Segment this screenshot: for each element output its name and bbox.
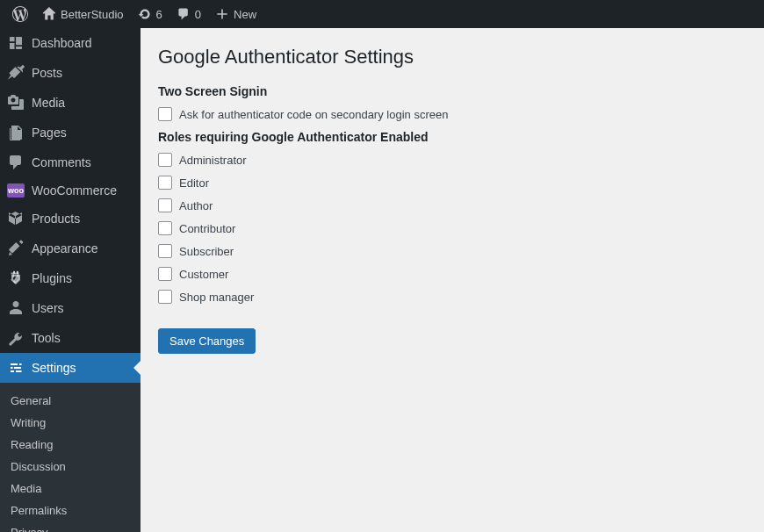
refresh-icon <box>138 7 152 21</box>
role-checkbox[interactable] <box>158 290 172 304</box>
settings-submenu: General Writing Reading Discussion Media… <box>0 383 141 532</box>
woo-icon: woo <box>7 183 25 198</box>
media-icon <box>7 94 25 111</box>
sidebar-item-label: Products <box>32 212 80 226</box>
submenu-permalinks[interactable]: Permalinks <box>0 500 141 521</box>
role-row-editor[interactable]: Editor <box>158 176 746 190</box>
dashboard-icon <box>7 34 25 52</box>
sidebar-item-users[interactable]: Users <box>0 293 141 323</box>
submenu-reading[interactable]: Reading <box>0 434 141 456</box>
two-screen-heading: Two Screen Signin <box>158 84 746 98</box>
submenu-discussion[interactable]: Discussion <box>0 456 141 478</box>
comment-count: 0 <box>195 8 201 21</box>
comments-link[interactable]: 0 <box>169 0 208 28</box>
sidebar-item-label: Tools <box>32 331 61 345</box>
tools-icon <box>7 329 25 347</box>
sidebar-item-label: Dashboard <box>32 36 92 50</box>
plugins-icon <box>7 270 25 287</box>
submenu-writing[interactable]: Writing <box>0 412 141 434</box>
sidebar-item-label: Media <box>32 96 65 110</box>
sidebar-item-label: Pages <box>32 126 67 140</box>
site-name: BetterStudio <box>61 8 124 21</box>
role-label: Administrator <box>179 154 247 167</box>
sidebar-item-woocommerce[interactable]: woo WooCommerce <box>0 177 141 204</box>
role-label: Subscriber <box>179 245 234 258</box>
settings-icon <box>7 359 25 377</box>
admin-topbar: BetterStudio 6 0 New <box>0 0 764 28</box>
refresh-link[interactable]: 6 <box>131 0 169 28</box>
comments-icon <box>7 154 25 171</box>
sidebar-item-label: Settings <box>32 361 76 375</box>
refresh-count: 6 <box>156 8 162 21</box>
main-content: Google Authenticator Settings Two Screen… <box>141 28 764 532</box>
ask-code-row[interactable]: Ask for authenticator code on secondary … <box>158 107 746 121</box>
role-label: Customer <box>179 268 228 281</box>
roles-heading: Roles requiring Google Authenticator Ena… <box>158 130 746 144</box>
role-checkbox[interactable] <box>158 221 172 235</box>
sidebar-item-dashboard[interactable]: Dashboard <box>0 28 141 58</box>
role-row-contributor[interactable]: Contributor <box>158 221 746 235</box>
page-title: Google Authenticator Settings <box>158 46 746 68</box>
role-label: Editor <box>179 176 209 190</box>
role-label: Author <box>179 199 213 212</box>
role-label: Contributor <box>179 222 235 235</box>
site-link[interactable]: BetterStudio <box>35 0 131 28</box>
save-button[interactable]: Save Changes <box>158 328 256 354</box>
role-row-administrator[interactable]: Administrator <box>158 153 746 167</box>
sidebar-item-label: Comments <box>32 155 91 169</box>
products-icon <box>7 210 25 227</box>
pin-icon <box>7 64 25 82</box>
sidebar-item-media[interactable]: Media <box>0 88 141 118</box>
sidebar-item-tools[interactable]: Tools <box>0 323 141 353</box>
wordpress-icon <box>12 6 28 22</box>
submenu-media[interactable]: Media <box>0 478 141 500</box>
sidebar-item-settings[interactable]: Settings <box>0 353 141 383</box>
role-checkbox[interactable] <box>158 153 172 167</box>
role-checkbox[interactable] <box>158 267 172 281</box>
role-row-author[interactable]: Author <box>158 198 746 212</box>
role-checkbox[interactable] <box>158 244 172 258</box>
role-row-shop-manager[interactable]: Shop manager <box>158 290 746 304</box>
sidebar-item-pages[interactable]: Pages <box>0 118 141 147</box>
sidebar-item-label: Posts <box>32 66 62 80</box>
appearance-icon <box>7 240 25 257</box>
home-icon <box>42 7 56 21</box>
admin-sidebar: Dashboard Posts Media Pages Comments woo… <box>0 28 141 532</box>
sidebar-item-comments[interactable]: Comments <box>0 147 141 177</box>
sidebar-item-label: Appearance <box>32 241 98 255</box>
role-row-subscriber[interactable]: Subscriber <box>158 244 746 258</box>
role-checkbox[interactable] <box>158 198 172 212</box>
wp-logo[interactable] <box>5 0 35 28</box>
sidebar-item-label: Users <box>32 301 64 315</box>
submenu-general[interactable]: General <box>0 390 141 412</box>
role-checkbox[interactable] <box>158 176 172 190</box>
sidebar-item-products[interactable]: Products <box>0 204 141 234</box>
role-label: Shop manager <box>179 291 254 304</box>
sidebar-item-plugins[interactable]: Plugins <box>0 263 141 293</box>
submenu-privacy[interactable]: Privacy <box>0 521 141 532</box>
plus-icon <box>215 7 229 21</box>
ask-code-label: Ask for authenticator code on secondary … <box>179 108 448 121</box>
role-row-customer[interactable]: Customer <box>158 267 746 281</box>
sidebar-item-appearance[interactable]: Appearance <box>0 234 141 263</box>
sidebar-item-label: Plugins <box>32 271 72 285</box>
sidebar-item-posts[interactable]: Posts <box>0 58 141 88</box>
sidebar-item-label: WooCommerce <box>32 183 117 198</box>
new-label: New <box>234 8 256 21</box>
ask-code-checkbox[interactable] <box>158 107 172 121</box>
users-icon <box>7 299 25 317</box>
comment-icon <box>177 7 191 21</box>
new-link[interactable]: New <box>208 0 263 28</box>
pages-icon <box>7 124 25 141</box>
